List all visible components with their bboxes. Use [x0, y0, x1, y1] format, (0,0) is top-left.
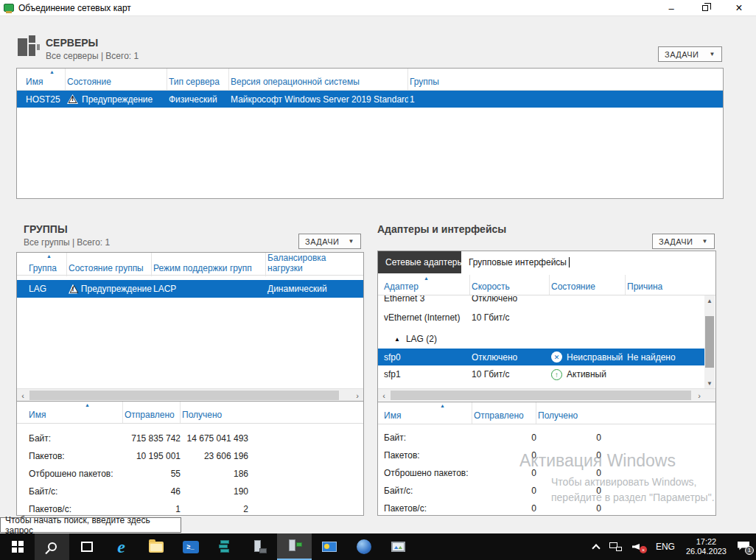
restore-button[interactable] [688, 0, 722, 16]
servers-tasks-button[interactable]: ЗАДАЧИ ▼ [658, 46, 722, 62]
adapter-row-ethernet3[interactable]: Ethernet 3 Отключено [378, 295, 705, 307]
adapters-tasks-label: ЗАДАЧИ [659, 237, 693, 246]
scrollbar-thumb[interactable] [705, 316, 714, 368]
winbox-button[interactable] [346, 533, 381, 560]
tray-time: 17:22 [686, 537, 727, 547]
scroll-right-icon[interactable]: › [693, 389, 705, 402]
scrollbar-thumb[interactable] [391, 391, 691, 400]
adapter-stats-col-name[interactable]: ▲Имя [382, 402, 472, 424]
sort-ascending-icon: ▲ [85, 402, 90, 407]
sort-ascending-icon: ▲ [424, 276, 429, 281]
scroll-down-icon[interactable]: ▼ [704, 378, 715, 388]
teams-horizontal-scrollbar[interactable]: ‹ › [17, 388, 363, 401]
adapters-col-adapter[interactable]: ▲Адаптер [382, 275, 470, 295]
server-manager-button[interactable] [208, 533, 242, 560]
adapters-col-reason[interactable]: Причина [626, 275, 715, 295]
adapter-row-sfp0[interactable]: sfp0 Отключено ✕ Неисправный Не найдено [378, 349, 705, 365]
servers-tasks-label: ЗАДАЧИ [665, 50, 699, 59]
adapter-stats-col-received[interactable]: Получено [536, 402, 601, 424]
adapters-tasks-button[interactable]: ЗАДАЧИ ▼ [652, 234, 715, 249]
adapter-stats-col-sent[interactable]: Отправлено [472, 402, 536, 424]
team-stats-col-received[interactable]: Получено [181, 402, 248, 423]
scroll-right-icon[interactable]: › [351, 389, 363, 402]
team-stats-row: Байт:715 835 74214 675 041 493 [17, 430, 363, 447]
system-properties-button[interactable] [312, 533, 346, 560]
internet-explorer-button[interactable]: e [104, 533, 139, 560]
minimize-button[interactable]: – [654, 0, 688, 16]
team-stats-row: Байт/с:46190 [17, 483, 363, 500]
nic-teaming-app-icon [4, 4, 14, 12]
search-button[interactable] [35, 533, 69, 560]
adapter-stats-header: ▲Имя Отправлено Получено [378, 402, 715, 424]
network-status-button[interactable] [604, 533, 627, 560]
start-button[interactable] [0, 533, 35, 560]
team-stats-col-name[interactable]: ▲Имя [27, 402, 123, 423]
scroll-up-icon[interactable]: ▲ [704, 295, 715, 306]
system-properties-icon [322, 542, 337, 552]
servers-col-os[interactable]: Версия операционной системы [229, 69, 408, 90]
teams-col-status[interactable]: Состояние группы [67, 253, 152, 276]
server-type: Физический [167, 94, 229, 105]
team-stats-col-sent[interactable]: Отправлено [123, 402, 181, 423]
adapters-col-state[interactable]: Состояние [550, 275, 626, 295]
teams-col-team[interactable]: ▲Группа [27, 253, 67, 276]
team-status: ! Предупреждение [67, 284, 152, 294]
adapters-vertical-scrollbar[interactable]: ▲ ▼ [704, 295, 715, 388]
network-icon [609, 542, 622, 551]
performance-monitor-button[interactable] [381, 533, 416, 560]
teams-table-header: ▲Группа Состояние группы Режим поддержки… [17, 253, 363, 276]
title-bar: Объединение сетевых карт – × [0, 0, 756, 16]
server-row-host25[interactable]: HOST25 ! Предупреждение Физический Майкр… [17, 91, 723, 108]
scroll-left-icon[interactable]: ‹ [378, 389, 390, 402]
servers-col-name[interactable]: ▲Имя [24, 69, 66, 90]
server-groups-count: 1 [408, 94, 723, 105]
server-name: HOST25 [24, 94, 66, 105]
adapter-row-vethernet[interactable]: vEthernet (Internet) 10 Гбит/с [378, 309, 705, 326]
window-controls: – × [654, 0, 756, 16]
text-cursor [569, 257, 570, 267]
tab-network-adapters[interactable]: Сетевые адаптеры [378, 251, 471, 273]
collapse-triangle-icon[interactable]: ▲ [394, 336, 400, 343]
servers-col-status[interactable]: Состояние [66, 69, 167, 90]
adapter-group-lag[interactable]: ▲ LAG (2) [378, 329, 705, 349]
file-explorer-button[interactable] [139, 533, 173, 560]
team-stats-row: Отброшено пакетов:55186 [17, 465, 363, 483]
adapter-group-label: LAG (2) [406, 334, 437, 344]
tray-overflow-button[interactable] [588, 533, 604, 560]
servers-col-groups[interactable]: Группы [408, 69, 723, 90]
search-tooltip: Чтобы начать поиск, введите здесь запрос [0, 517, 181, 533]
team-row-lag[interactable]: LAG ! Предупреждение LACP Динамический [17, 280, 363, 298]
teams-col-balancing[interactable]: Балансировка нагрузки [266, 253, 363, 276]
blue-globe-icon [357, 539, 371, 554]
adapters-horizontal-scrollbar[interactable]: ‹ › [378, 388, 715, 401]
action-center-button[interactable]: 1 [732, 533, 756, 560]
clock[interactable]: 17:22 26.04.2023 [680, 533, 732, 560]
teams-tasks-button[interactable]: ЗАДАЧИ ▼ [298, 234, 361, 249]
teams-col-mode[interactable]: Режим поддержки групп [152, 253, 266, 276]
action-center-icon: 1 [738, 542, 751, 553]
teams-section-title: ГРУППЫ [24, 223, 68, 235]
warning-icon: ! [69, 284, 77, 294]
adapter-row-sfp1[interactable]: sfp1 10 Гбит/с ↑ Активный [378, 365, 705, 383]
activation-watermark-title: Активация Windows [519, 451, 676, 471]
powershell-icon: ≥_ [183, 541, 199, 553]
server-manager-icon [219, 540, 232, 553]
tab-team-interfaces[interactable]: Групповые интерфейсы [461, 251, 577, 273]
team-name: LAG [27, 284, 67, 294]
scroll-left-icon[interactable]: ‹ [17, 389, 29, 402]
scrollbar-thumb[interactable] [29, 391, 339, 400]
task-view-button[interactable] [69, 533, 104, 560]
language-indicator[interactable]: ENG [651, 533, 680, 560]
nic-teaming-taskbar-button[interactable] [277, 533, 312, 560]
activation-watermark-line3: перейдите в раздел "Параметры". [551, 491, 715, 503]
volume-button[interactable]: × [627, 533, 651, 560]
servers-table-header: ▲Имя Состояние Тип сервера Версия операц… [17, 69, 723, 91]
adapters-col-speed[interactable]: Скорость [470, 275, 550, 295]
servers-col-type[interactable]: Тип сервера [167, 69, 229, 90]
search-icon [48, 542, 57, 551]
computer-management-button[interactable] [242, 533, 277, 560]
server-os: Майкрософт Windows Server 2019 Standard [229, 94, 408, 105]
close-button[interactable]: × [722, 0, 756, 16]
powershell-button[interactable]: ≥_ [173, 533, 208, 560]
window-title: Объединение сетевых карт [18, 3, 131, 13]
